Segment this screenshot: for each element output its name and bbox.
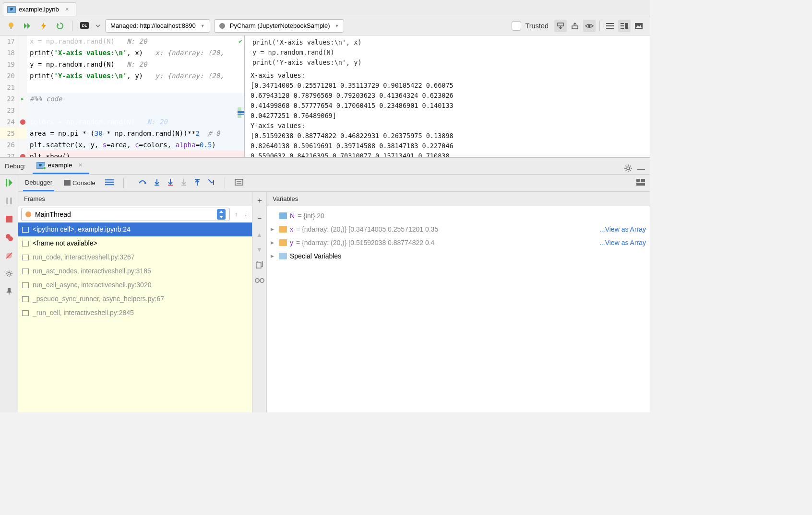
- server-select-label: Managed: http://localhost:8890: [110, 22, 196, 29]
- code-line[interactable]: 17x = np.random.rand(N) N: 20: [0, 35, 244, 47]
- code-editor[interactable]: ✔ 17x = np.random.rand(N) N: 2018print('…: [0, 35, 245, 157]
- stepper-icon[interactable]: [217, 209, 226, 220]
- gutter-marker[interactable]: [18, 59, 27, 70]
- breakpoint-icon[interactable]: [20, 154, 25, 157]
- image-icon[interactable]: [633, 20, 645, 32]
- insert-below-icon[interactable]: [554, 20, 567, 32]
- cell-handle-icon[interactable]: [238, 107, 243, 119]
- code-line[interactable]: 19y = np.random.rand(N) N: 20: [0, 59, 244, 70]
- expand-icon[interactable]: ▶: [271, 236, 276, 249]
- threads-icon[interactable]: [105, 179, 114, 187]
- lines-icon[interactable]: [604, 20, 616, 32]
- gutter-marker[interactable]: [18, 47, 27, 59]
- view-as-array-link[interactable]: ...View as Array: [599, 222, 646, 236]
- tab-console[interactable]: Console: [62, 176, 97, 190]
- code-line[interactable]: 27plt.show(): [0, 151, 244, 157]
- view-as-array-link[interactable]: ...View as Array: [599, 236, 646, 249]
- remove-watch-icon[interactable]: －: [256, 213, 263, 223]
- insert-above-icon[interactable]: [569, 20, 581, 32]
- server-select[interactable]: Managed: http://localhost:8890 ▼: [105, 19, 210, 33]
- code-line[interactable]: 21: [0, 82, 244, 93]
- kernel-select[interactable]: PyCharm (JupyterNotebookSample) ▼: [214, 19, 345, 33]
- thread-select[interactable]: MainThread: [21, 208, 230, 221]
- restart-icon[interactable]: [54, 20, 66, 32]
- close-icon[interactable]: ✕: [78, 162, 83, 168]
- resume-icon[interactable]: [4, 177, 14, 188]
- add-watch-icon[interactable]: ＋: [256, 196, 263, 206]
- trusted-checkbox[interactable]: [512, 21, 521, 31]
- code-line[interactable]: 26plt.scatter(x, y, s=area, c=colors, al…: [0, 139, 244, 151]
- frame-item[interactable]: run_ast_nodes, interactiveshell.py:3185: [18, 264, 252, 278]
- gutter-marker[interactable]: [18, 128, 27, 139]
- thread-status-icon: [25, 211, 31, 217]
- variables-list[interactable]: N = {int} 20▶x = {ndarray: (20,)} [0.347…: [267, 206, 650, 412]
- bolt-icon[interactable]: [37, 20, 50, 32]
- gear-icon[interactable]: [4, 269, 14, 279]
- chevron-down-icon[interactable]: [95, 20, 101, 32]
- lightbulb-icon[interactable]: [5, 20, 17, 32]
- cell-run-icon[interactable]: ▶: [21, 93, 24, 105]
- dl-icon[interactable]: DL: [78, 20, 91, 32]
- expand-icon[interactable]: ▶: [271, 249, 276, 263]
- gutter-marker[interactable]: [18, 35, 27, 47]
- code-line[interactable]: 25area = np.pi * (30 * np.random.rand(N)…: [0, 128, 244, 139]
- gutter-marker[interactable]: [18, 151, 27, 157]
- variable-row[interactable]: ▶y = {ndarray: (20,)} [0.51592038 0.8877…: [271, 236, 646, 249]
- variable-name: x: [290, 222, 293, 236]
- code-line[interactable]: 23: [0, 105, 244, 116]
- frame-item[interactable]: run_code, interactiveshell.py:3267: [18, 250, 252, 264]
- gutter-marker[interactable]: [18, 139, 27, 151]
- up-icon[interactable]: ▲: [256, 231, 263, 238]
- gutter-marker[interactable]: ▶: [18, 93, 27, 105]
- view-icon[interactable]: [583, 20, 596, 32]
- svg-rect-1: [10, 27, 12, 29]
- frames-panel: Frames MainThread ↑ ↓ <ipython cell>, ex…: [18, 192, 252, 412]
- close-icon[interactable]: ✕: [65, 6, 69, 12]
- gutter-marker[interactable]: [18, 82, 27, 93]
- breakpoint-icon[interactable]: [20, 119, 25, 125]
- layout-icon[interactable]: [636, 179, 645, 187]
- run-all-icon[interactable]: [21, 20, 34, 32]
- gutter-marker[interactable]: [18, 116, 27, 128]
- code-line[interactable]: 22▶#%% code: [0, 93, 244, 105]
- step-out-icon[interactable]: [194, 178, 201, 187]
- prev-frame-icon[interactable]: ↑: [233, 211, 239, 218]
- glasses-icon[interactable]: [255, 278, 264, 285]
- file-tab[interactable]: IP example.ipynb ✕: [3, 2, 76, 16]
- code-line[interactable]: 24colors = np.random.rand(N) N: 20: [0, 116, 244, 128]
- expand-icon[interactable]: ▶: [271, 222, 276, 236]
- minimize-icon[interactable]: —: [637, 165, 645, 174]
- gutter-marker[interactable]: [18, 105, 27, 116]
- code-line[interactable]: 20print('Y-axis values:\n', y) y: {ndarr…: [0, 70, 244, 82]
- split-icon[interactable]: [618, 20, 631, 32]
- mute-breakpoints-icon[interactable]: [4, 250, 14, 261]
- code-line[interactable]: 18print('X-axis values:\n', x) x: {ndarr…: [0, 47, 244, 59]
- variable-row[interactable]: N = {int} 20: [271, 209, 646, 222]
- frame-item[interactable]: _run_cell, interactiveshell.py:2845: [18, 306, 252, 320]
- step-into-my-icon[interactable]: [167, 178, 174, 187]
- pin-icon[interactable]: [4, 287, 14, 297]
- stop-icon[interactable]: [4, 214, 14, 224]
- copy-icon[interactable]: [256, 261, 263, 270]
- next-frame-icon[interactable]: ↓: [242, 211, 249, 218]
- frame-item[interactable]: run_cell_async, interactiveshell.py:3020: [18, 278, 252, 292]
- step-over-icon[interactable]: [138, 178, 147, 187]
- down-icon[interactable]: ▼: [256, 246, 263, 253]
- gear-icon[interactable]: [624, 164, 633, 174]
- variables-title: Variables: [267, 192, 650, 206]
- frames-list[interactable]: <ipython cell>, example.ipynb:24<frame n…: [18, 222, 252, 412]
- frame-item[interactable]: <ipython cell>, example.ipynb:24: [18, 222, 252, 236]
- step-into-icon[interactable]: [154, 178, 160, 187]
- variable-row[interactable]: ▶x = {ndarray: (20,)} [0.34714005 0.2557…: [271, 222, 646, 236]
- frame-item[interactable]: _pseudo_sync_runner, async_helpers.py:67: [18, 292, 252, 306]
- gutter-marker[interactable]: [18, 70, 27, 82]
- evaluate-icon[interactable]: [235, 179, 243, 187]
- frame-item[interactable]: <frame not available>: [18, 236, 252, 250]
- variable-row[interactable]: ▶Special Variables: [271, 249, 646, 263]
- pause-icon[interactable]: [4, 196, 14, 206]
- output-pane[interactable]: print('X-axis values:\n', x)y = np.rando…: [245, 35, 650, 157]
- run-to-cursor-icon[interactable]: [207, 178, 215, 187]
- breakpoints-icon[interactable]: [4, 232, 14, 243]
- tab-debugger[interactable]: Debugger: [23, 175, 54, 191]
- debug-tab-example[interactable]: IP example ✕: [33, 159, 89, 174]
